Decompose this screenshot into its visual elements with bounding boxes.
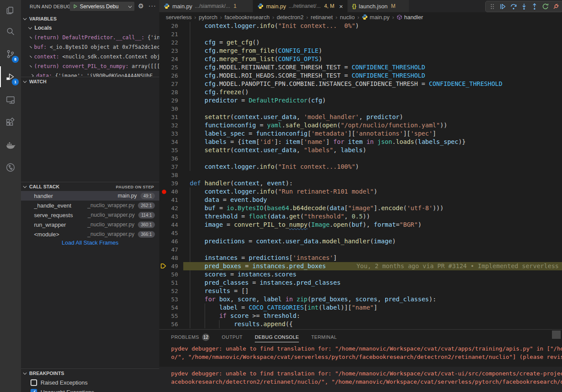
line-number[interactable]: 51 [159, 279, 178, 287]
editor-gutter[interactable]: 38 [159, 171, 190, 179]
code-line[interactable]: 34 labels = {item['id']: item['name'] fo… [159, 138, 562, 146]
editor-gutter[interactable]: 42 [159, 204, 190, 212]
code-line[interactable]: 41 data = event.body [159, 196, 562, 204]
code-line[interactable]: 26 cfg.MODEL.ROI_HEADS.SCORE_THRESH_TEST… [159, 72, 562, 80]
callstack-frame[interactable]: _handle_event_nuclio_wrapper.py262:1 [21, 201, 159, 210]
editor-gutter[interactable]: 26 [159, 72, 190, 80]
breakpoints-section-header[interactable]: BREAKPOINTS [21, 368, 159, 378]
line-number[interactable]: 37 [159, 163, 178, 171]
editor-gutter[interactable]: 53 [159, 295, 190, 303]
chevron-right-icon[interactable] [30, 56, 32, 58]
line-number[interactable]: 29 [159, 96, 178, 105]
code-line[interactable]: 42 buf = io.BytesIO(base64.b64decode(dat… [159, 204, 562, 212]
chevron-right-icon[interactable] [30, 46, 32, 48]
continue-button[interactable] [497, 1, 508, 12]
code-line[interactable]: 22 cfg = get_cfg() [159, 38, 562, 47]
panel-scrollbar[interactable] [552, 331, 561, 339]
line-number[interactable]: 21 [159, 30, 178, 38]
panel-tab-terminal[interactable]: TERMINAL [311, 330, 337, 344]
line-number[interactable]: 52 [159, 287, 178, 295]
callstack-frame[interactable]: run_wrapper_nuclio_wrapper.py360:1 [21, 220, 159, 229]
editor-gutter[interactable]: 23 [159, 47, 190, 55]
code-line[interactable]: 56 results.append({ [159, 320, 562, 328]
editor-gutter[interactable]: 30 [159, 105, 190, 113]
line-number[interactable]: 40 [159, 187, 178, 196]
call-stack-section-header[interactable]: CALL STACK PAUSED ON STEP [21, 182, 159, 191]
code-line[interactable]: 32 functionconfig = yaml.safe_load(open(… [159, 121, 562, 130]
code-line[interactable]: 28 cfg.freeze() [159, 88, 562, 96]
launch-configuration-dropdown[interactable]: Serverless Debu [70, 2, 134, 11]
code-line[interactable]: 53 for box, score, label in zip(pred_box… [159, 295, 562, 303]
code-line[interactable]: 43 threshold = float(data.get("threshold… [159, 212, 562, 221]
code-line[interactable]: 38 [159, 171, 562, 179]
restart-button[interactable] [540, 1, 550, 12]
code-line[interactable]: 27 cfg.MODEL.PANOPTIC_FPN.COMBINE.INSTAN… [159, 80, 562, 88]
source-control-icon[interactable]: 8 [0, 44, 21, 65]
code-line[interactable]: 36 [159, 154, 562, 163]
line-number[interactable]: 23 [159, 47, 178, 55]
line-number[interactable]: 20 [159, 22, 178, 30]
breakpoint-row[interactable]: Raised Exceptions [21, 378, 159, 387]
editor-gutter[interactable]: 32 [159, 121, 190, 130]
panel-tab-output[interactable]: OUTPUT [222, 330, 243, 344]
code-line[interactable]: 55 if score >= threshold: [159, 312, 562, 320]
line-number[interactable]: 49 [159, 262, 178, 270]
line-number[interactable]: 56 [159, 320, 178, 328]
line-number[interactable]: 50 [159, 270, 178, 279]
variable-row[interactable]: (return) convert_PIL_to_numpy:array([[[ … [21, 61, 159, 71]
line-number[interactable]: 55 [159, 312, 178, 320]
variable-row[interactable]: (return) DefaultPredictor.__call__:{'ins… [21, 33, 159, 42]
code-line[interactable]: 31 setattr(context.user_data, 'model_han… [159, 113, 562, 121]
checkbox[interactable] [31, 389, 37, 392]
variable-row[interactable]: buf:<_io.BytesIO object at 0x7f5a2dc1ecc… [21, 42, 159, 52]
editor-tab[interactable]: main.py.../siammask/...1 [159, 0, 253, 12]
code-line[interactable]: 30 [159, 105, 562, 113]
editor-gutter[interactable]: 41 [159, 196, 190, 204]
editor-gutter[interactable]: 22 [159, 38, 190, 47]
docker-icon[interactable] [0, 135, 21, 156]
step-over-button[interactable] [508, 1, 519, 12]
code-line[interactable]: 45 [159, 229, 562, 237]
editor-gutter[interactable]: 48 [159, 254, 190, 262]
chevron-right-icon[interactable] [30, 65, 32, 68]
start-debug-icon[interactable] [73, 4, 78, 9]
editor-gutter[interactable]: 54 [159, 303, 190, 312]
code-line[interactable]: 47 [159, 245, 562, 254]
line-number[interactable]: 32 [159, 121, 178, 130]
step-into-button[interactable] [519, 1, 529, 12]
code-line[interactable]: 48 instances = predictions['instances'] [159, 254, 562, 262]
editor-gutter[interactable]: 52 [159, 287, 190, 295]
editor-gutter[interactable]: 50 [159, 270, 190, 279]
callstack-frame[interactable]: <module>_nuclio_wrapper.py366:1 [21, 229, 159, 239]
variables-section-header[interactable]: VARIABLES [21, 14, 159, 23]
editor-gutter[interactable]: 33 [159, 130, 190, 138]
code-line[interactable]: 54 label = COCO_CATEGORIES[int(label)]["… [159, 303, 562, 312]
editor-tab[interactable]: main.py.../retinanet/...4, M× [253, 0, 348, 12]
code-line[interactable]: 51 pred_classes = instances.pred_classes [159, 279, 562, 287]
code-line[interactable]: 20 context.logger.info("Init context... … [159, 22, 562, 30]
editor-gutter[interactable]: 29 [159, 96, 190, 105]
drag-handle-icon[interactable] [487, 1, 497, 12]
line-number[interactable]: 47 [159, 245, 178, 254]
chevron-right-icon[interactable] [30, 37, 32, 39]
code-line[interactable]: 23 cfg.merge_from_file(CONFIG_FILE) [159, 47, 562, 55]
editor-gutter[interactable]: 31 [159, 113, 190, 121]
step-out-button[interactable] [529, 1, 540, 12]
breadcrumb-item[interactable]: pytorch [199, 14, 218, 20]
line-number[interactable]: 27 [159, 80, 178, 88]
run-and-debug-icon[interactable]: 1 [0, 66, 21, 87]
editor-gutter[interactable]: 40 [159, 187, 190, 196]
code-line[interactable]: 40 context.logger.info("Run retinanet-R1… [159, 187, 562, 196]
line-number[interactable]: 31 [159, 113, 178, 121]
code-line[interactable]: 29 predictor = DefaultPredictor(cfg) [159, 96, 562, 105]
line-number[interactable]: 36 [159, 154, 178, 163]
panel-tab-problems[interactable]: PROBLEMS12 [171, 330, 209, 344]
line-number[interactable]: 39 [159, 179, 178, 187]
editor-gutter[interactable]: 21 [159, 30, 190, 38]
editor-gutter[interactable]: 28 [159, 88, 190, 96]
editor-gutter[interactable]: 25 [159, 63, 190, 72]
code-line[interactable]: 33 labels_spec = functionconfig['metadat… [159, 130, 562, 138]
code-line[interactable]: 52 results = [] [159, 287, 562, 295]
breadcrumb-item[interactable]: handler [397, 14, 423, 20]
panel-tab-debug-console[interactable]: DEBUG CONSOLE [255, 330, 299, 344]
